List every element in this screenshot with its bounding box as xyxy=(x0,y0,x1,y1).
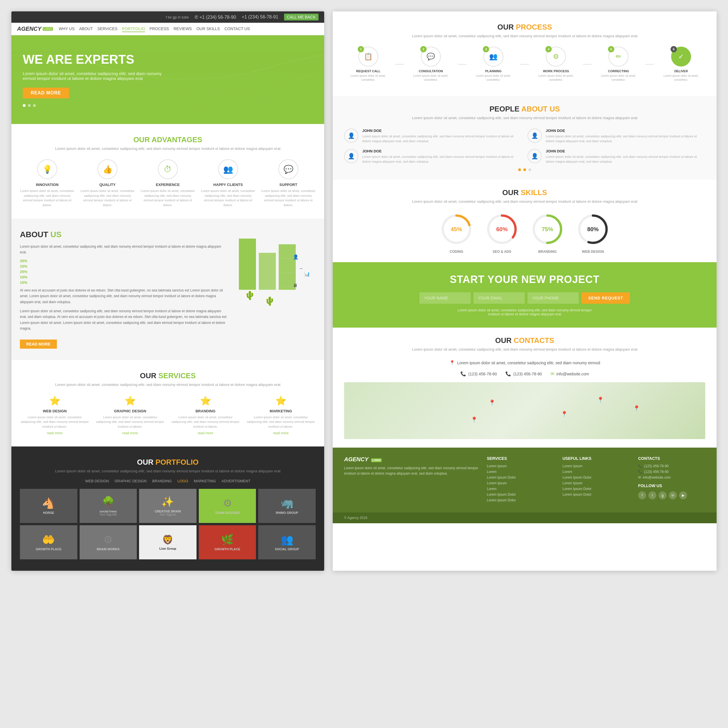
nav-contact[interactable]: CONTACT US xyxy=(224,26,250,32)
project-email-input[interactable] xyxy=(474,292,525,304)
map-pin-3: 📍 xyxy=(597,396,604,403)
process-title: OUR PROCESS xyxy=(344,23,705,32)
ptab-graphicdesign[interactable]: GRAPHIC DESIGN xyxy=(115,479,147,483)
quality-desc: Lorem ipsum dolor sit amet, consetetur s… xyxy=(80,188,135,207)
ptab-webdesign[interactable]: WEB DESIGN xyxy=(85,479,109,483)
workprocess-circle: 4 ⚙ xyxy=(546,47,566,67)
map-area: 📍 📍 📍 📍 📍 xyxy=(344,382,705,439)
footer-useful-2[interactable]: Lorem xyxy=(563,470,630,474)
process-subtitle: Lorem ipsum dolor sit amet, consetetur s… xyxy=(344,34,705,38)
follow-facebook[interactable]: f xyxy=(638,491,646,499)
workprocess-num: 4 xyxy=(545,46,552,52)
footer-useful-5[interactable]: Lorem Ipsum Dolor xyxy=(563,487,630,491)
portfolio-item-creativebrain[interactable]: ✨ CREATIVE BRAIN Your TagLine xyxy=(139,489,196,523)
nav-whyus[interactable]: WHY US xyxy=(58,26,75,32)
portfolio-item-socialgroup[interactable]: 👥 SOCIAL GROUP xyxy=(258,525,316,559)
process-steps: 1 📋 REQUEST CALL Lorem ipsum dolor sit a… xyxy=(344,47,705,82)
portfolio-item-liongroup[interactable]: 🦁 Lion Group xyxy=(139,525,196,559)
hero-dot-2[interactable] xyxy=(28,104,31,107)
person2-avatar: 👤 xyxy=(528,128,542,143)
portfolio-item-socialtrees[interactable]: 🌳 social trees Your TagLINE xyxy=(80,489,137,523)
portfolio-item-growthplace1[interactable]: 🤲 GROWTH PLACE xyxy=(20,525,77,559)
nav-services[interactable]: SERVICES xyxy=(97,26,118,32)
footer-service-7[interactable]: Lorem Ipsum Dolor xyxy=(487,498,554,502)
person1-desc: Lorem ipsum dolor sit amet, consetetur s… xyxy=(362,134,522,143)
skill-branding: 75% BRANDING xyxy=(530,212,564,254)
advantage-support: 💬 SUPPORT Lorem ipsum dolor sit amet, co… xyxy=(261,159,316,207)
webdesign-link[interactable]: read more xyxy=(20,431,90,435)
about-read-more-button[interactable]: READ MORE xyxy=(20,340,57,349)
footer-useful-6[interactable]: Lorem Ipsum Dolor xyxy=(563,492,630,497)
footer-service-3[interactable]: Lorem Ipsum Dolor xyxy=(487,476,554,479)
hero-dot-1[interactable] xyxy=(23,104,26,107)
socialgroup-label: SOCIAL GROUP xyxy=(275,548,299,551)
project-phone-input[interactable] xyxy=(528,292,579,304)
ptab-branding[interactable]: BRANDING xyxy=(152,479,172,483)
services-section: OUR SERVICES Lorem ipsum dolor sit amet,… xyxy=(11,360,324,447)
services-title: OUR SERVICES xyxy=(20,372,316,380)
socialtrees-label: social trees xyxy=(99,509,117,513)
portfolio-item-horse[interactable]: 🐴 HORSE xyxy=(20,489,77,523)
footer-service-6[interactable]: Lorem Ipsum Dolor xyxy=(487,492,554,497)
footer-useful-3[interactable]: Lorem Ipsum Dolor xyxy=(563,476,630,479)
marketing-desc: Lorem ipsum dolor sit amet, consetetur s… xyxy=(246,415,316,429)
contact-email: ✉ info@website.com xyxy=(551,371,589,376)
clients-icon: 👥 xyxy=(218,159,238,179)
ptab-marketing[interactable]: MARKETING xyxy=(194,479,216,483)
project-name-input[interactable] xyxy=(419,292,471,304)
follow-icons: f t g in ▶ xyxy=(638,491,705,499)
footer-service-5[interactable]: Lorem xyxy=(487,487,554,491)
ptab-logo[interactable]: LOGO xyxy=(177,479,188,483)
logo[interactable]: AGENCY LOGO xyxy=(17,26,53,32)
people-dot-2[interactable] xyxy=(523,168,526,171)
svg-rect-1 xyxy=(259,253,276,290)
portfolio-item-brainworks[interactable]: ⚙ BRAIN WORKS xyxy=(80,525,137,559)
footer-desc: Lorem ipsum dolor sit amet, consetetur s… xyxy=(344,465,478,476)
nav-portfolio[interactable]: PORTFOLIO xyxy=(122,26,145,32)
consultation-title: CONSULTATION xyxy=(407,69,455,73)
contact-info: 📍 Lorem ipsum dolor sit amet, consetetur… xyxy=(344,360,705,366)
footer-service-4[interactable]: Lorem Ipsum xyxy=(487,481,554,485)
hero-section: WE ARE EXPERTS Lorem ipsum dolor sit ame… xyxy=(11,35,324,124)
portfolio-item-growthplace2[interactable]: 🌿 GROWTH PLACE xyxy=(199,525,256,559)
skills-subtitle: Lorem ipsum dolor sit amet, consetetur s… xyxy=(344,199,705,203)
portfolio-item-teamsuccess[interactable]: ⚙ TEAM SUCCESS xyxy=(199,489,256,523)
footer-services-heading: SERVICES xyxy=(487,456,554,461)
advantage-quality: 👍 QUALITY Lorem ipsum dolor sit amet, co… xyxy=(80,159,135,207)
footer-useful-1[interactable]: Lorem Ipsum xyxy=(563,464,630,468)
marketing-title: MARKETING xyxy=(246,409,316,413)
hero-dot-3[interactable] xyxy=(33,104,36,107)
follow-linkedin[interactable]: in xyxy=(669,491,677,499)
footer-service-1[interactable]: Lorem Ipsum xyxy=(487,464,554,468)
ptab-advertisment[interactable]: ADVERTISMENT xyxy=(222,479,251,483)
planning-num: 3 xyxy=(483,46,489,52)
marketing-link[interactable]: read more xyxy=(246,431,316,435)
portfolio-grid: 🐴 HORSE 🌳 social trees Your TagLINE ✨ CR… xyxy=(20,489,316,559)
correcting-desc: Lorem ipsum dolor sit amet, consetetur. xyxy=(594,74,643,82)
project-form[interactable]: SEND REQUEST xyxy=(344,292,705,304)
hero-read-more-button[interactable]: READ MORE xyxy=(23,87,69,98)
portfolio-item-rhinogroup[interactable]: 🦏 RHINO GROUP xyxy=(258,489,316,523)
horse-icon: 🐴 xyxy=(42,497,55,509)
footer-useful-4[interactable]: Lorem Ipsum xyxy=(563,481,630,485)
portfolio-title: OUR PORTFOLIO xyxy=(20,458,316,466)
graphicdesign-link[interactable]: read more xyxy=(95,431,165,435)
people-dot-3[interactable] xyxy=(528,168,531,171)
nav-reviews[interactable]: REVIEWS xyxy=(173,26,192,32)
follow-twitter[interactable]: t xyxy=(648,491,656,499)
nav-process[interactable]: PROCESS xyxy=(150,26,169,32)
nav-about[interactable]: ABOUT xyxy=(79,26,93,32)
person1-name: JOHN DOE xyxy=(362,128,522,133)
nav-skills[interactable]: OUR SKILLS xyxy=(196,26,220,32)
follow-youtube[interactable]: ▶ xyxy=(679,491,687,499)
project-submit-button[interactable]: SEND REQUEST xyxy=(581,292,630,304)
consultation-desc: Lorem ipsum dolor sit amet, consetetur. xyxy=(407,74,455,82)
graphicdesign-title: GRAPHIC DESIGN xyxy=(95,409,165,413)
call-back-button[interactable]: CALL ME BACK xyxy=(284,14,318,20)
contacts-subtitle: Lorem ipsum dolor sit amet, consetetur s… xyxy=(344,347,705,352)
follow-google[interactable]: g xyxy=(659,491,667,499)
footer-service-2[interactable]: Lorem xyxy=(487,470,554,474)
branding-link[interactable]: read more xyxy=(171,431,240,435)
deliver-num: 6 xyxy=(671,46,677,52)
people-dot-1[interactable] xyxy=(518,168,521,171)
